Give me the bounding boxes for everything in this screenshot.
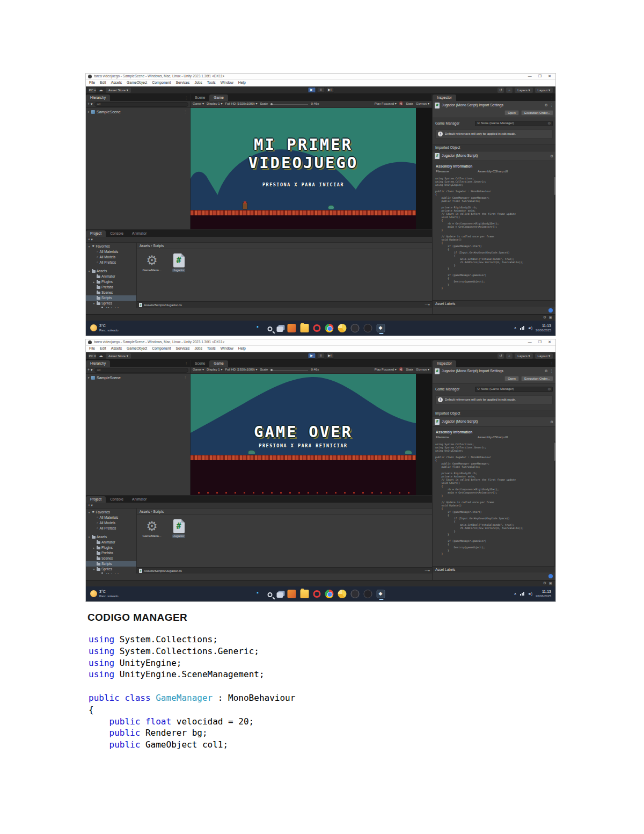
tree-item-animator[interactable]: Animator — [86, 274, 136, 279]
mute-icon[interactable]: 🔇 — [399, 102, 404, 106]
add-asset-button[interactable]: + ▾ — [88, 237, 93, 242]
tree-item-all-materials[interactable]: ⌕All Materials — [86, 249, 136, 255]
layout-dropdown[interactable]: Layout ▾ — [535, 353, 553, 359]
task-view-icon[interactable] — [276, 327, 283, 332]
asset-item-jugador[interactable]: # Jugador — [168, 519, 189, 538]
app-dark-2-icon[interactable] — [363, 590, 372, 598]
scale-slider[interactable] — [270, 370, 308, 371]
tray-overflow-icon[interactable]: ∧ — [514, 592, 517, 597]
breadcrumb[interactable]: Assets › Scripts — [137, 243, 432, 249]
status-icon-[interactable]: ▣ — [549, 581, 552, 585]
task-view-icon[interactable] — [276, 592, 283, 598]
volume-icon[interactable]: ◄) — [528, 592, 532, 597]
tray-overflow-icon[interactable]: ∧ — [514, 326, 517, 331]
pause-button[interactable]: II — [317, 87, 325, 93]
expand-arrow-icon[interactable]: ▾ — [92, 302, 96, 305]
scale-slider-thumb[interactable] — [270, 103, 273, 105]
breadcrumb[interactable]: Assets › Scripts — [137, 509, 432, 515]
menu-help[interactable]: Help — [238, 346, 246, 351]
chrome-icon[interactable] — [325, 590, 333, 598]
cloud-icon[interactable]: ☁ — [99, 88, 103, 93]
file-explorer-icon[interactable] — [300, 324, 309, 332]
menu-tools[interactable]: Tools — [207, 81, 216, 85]
expand-arrow-icon[interactable]: ▾ — [92, 568, 96, 571]
gear-icon[interactable]: ⚙ — [550, 420, 553, 424]
tree-item-all-materials[interactable]: ⌕All Materials — [86, 515, 136, 520]
tab-hierarchy[interactable]: Hierarchy — [86, 360, 110, 367]
menu-edit[interactable]: Edit — [100, 346, 106, 351]
app-dark-1-icon[interactable] — [350, 324, 359, 332]
expand-arrow-icon[interactable]: ▸ — [92, 546, 96, 549]
tree-item-all-prefabs[interactable]: ⌕All Prefabs — [86, 260, 136, 265]
undo-history-icon[interactable]: ↺ — [497, 88, 504, 93]
add-asset-button[interactable]: + ▾ — [88, 503, 93, 507]
app-dark-2-icon[interactable] — [363, 324, 372, 332]
weather-widget[interactable]: 3°C Parc. soleado — [86, 590, 118, 598]
display-dropdown[interactable]: Display 1 ▾ — [207, 368, 222, 372]
scale-slider[interactable] — [270, 104, 308, 105]
play-button[interactable]: ▶ — [308, 87, 316, 93]
menu-jobs[interactable]: Jobs — [194, 81, 202, 85]
layers-dropdown[interactable]: Layers ▾ — [515, 88, 532, 93]
window-control-[interactable]: ❐ — [538, 340, 541, 345]
taskbar-clock[interactable]: 11:13 26/06/2025 — [536, 324, 551, 332]
gear-icon[interactable]: ⚙ — [545, 103, 548, 107]
gizmos-dropdown[interactable]: Gizmos ▾ — [416, 102, 429, 106]
asset-store-button[interactable]: Asset Store ▾ — [106, 88, 131, 93]
tree-item-materials[interactable]: Materials — [86, 306, 136, 308]
menu-file[interactable]: File — [89, 346, 95, 351]
tab-inspector[interactable]: Inspector — [433, 360, 456, 367]
opera-icon[interactable] — [313, 590, 320, 598]
gear-icon[interactable]: ⚙ — [550, 154, 553, 158]
network-icon[interactable] — [520, 592, 524, 596]
tree-item-scripts[interactable]: Scripts — [86, 561, 136, 567]
start-icon[interactable] — [257, 592, 260, 596]
asset-store-button[interactable]: Asset Store ▾ — [106, 353, 131, 359]
tab-inspector[interactable]: Inspector — [433, 95, 456, 101]
tree-item-all-prefabs[interactable]: ⌕All Prefabs — [86, 526, 136, 531]
open-button[interactable]: Open — [504, 376, 519, 381]
menu-assets[interactable]: Assets — [111, 346, 122, 351]
tab-animator[interactable]: Animator — [128, 230, 151, 237]
menu-assets[interactable]: Assets — [111, 81, 122, 85]
menu-gameobject[interactable]: GameObject — [127, 346, 147, 351]
menu-jobs[interactable]: Jobs — [194, 346, 202, 351]
add-object-button[interactable]: + ▾ — [87, 368, 93, 373]
tab-scene[interactable]: Scene — [191, 360, 209, 367]
app-dark-1-icon[interactable] — [350, 590, 359, 598]
layout-dropdown[interactable]: Layout ▾ — [535, 88, 553, 93]
scene-options-icon[interactable]: ⋮ — [184, 376, 188, 380]
unity-icon[interactable] — [376, 324, 385, 332]
menu-component[interactable]: Component — [152, 81, 171, 85]
tree-item-sprites[interactable]: ▾Sprites — [86, 567, 136, 572]
network-icon[interactable] — [520, 326, 524, 330]
open-button[interactable]: Open — [504, 110, 519, 115]
tree-item-plugins[interactable]: ▸Plugins — [86, 545, 136, 550]
tab-console[interactable]: Console — [106, 496, 128, 503]
menu-window[interactable]: Window — [221, 346, 233, 351]
tab-game[interactable]: Game — [209, 360, 228, 367]
hierarchy-search-input[interactable] — [94, 368, 188, 373]
asset-item-gamemanager[interactable]: ⚙ GameMana... — [141, 519, 163, 538]
object-reference-field[interactable]: ⊙ None (Game Manager) ◎ — [475, 121, 553, 126]
tree-item-sprites[interactable]: ▾Sprites — [86, 301, 136, 306]
window-control-[interactable]: ❐ — [538, 74, 541, 79]
taskbar-clock[interactable]: 11:13 26/06/2025 — [536, 590, 551, 598]
expand-arrow-icon[interactable]: ▸ — [88, 376, 90, 380]
window-control-[interactable]: ✕ — [548, 74, 551, 79]
tree-item-all-models[interactable]: ⌕All Models — [86, 520, 136, 526]
search-icon[interactable] — [267, 327, 272, 331]
file-explorer-icon[interactable] — [300, 590, 309, 598]
display-dropdown[interactable]: Display 1 ▾ — [207, 102, 222, 106]
gizmos-dropdown[interactable]: Gizmos ▾ — [416, 368, 429, 372]
account-button[interactable]: PC ▾ — [89, 88, 96, 93]
target-picker-icon[interactable]: ◎ — [548, 121, 551, 126]
panel-menu-icon[interactable]: ⋮ — [548, 360, 555, 367]
menu-file[interactable]: File — [89, 81, 95, 85]
tab-scene[interactable]: Scene — [191, 95, 209, 101]
expand-arrow-icon[interactable]: ▸ — [88, 110, 90, 114]
status-icon-[interactable]: ⚙ — [543, 315, 546, 320]
panel-menu-icon[interactable]: ⋮ — [548, 95, 555, 101]
tab-project[interactable]: Project — [86, 496, 106, 503]
window-control-[interactable]: — — [528, 340, 532, 345]
